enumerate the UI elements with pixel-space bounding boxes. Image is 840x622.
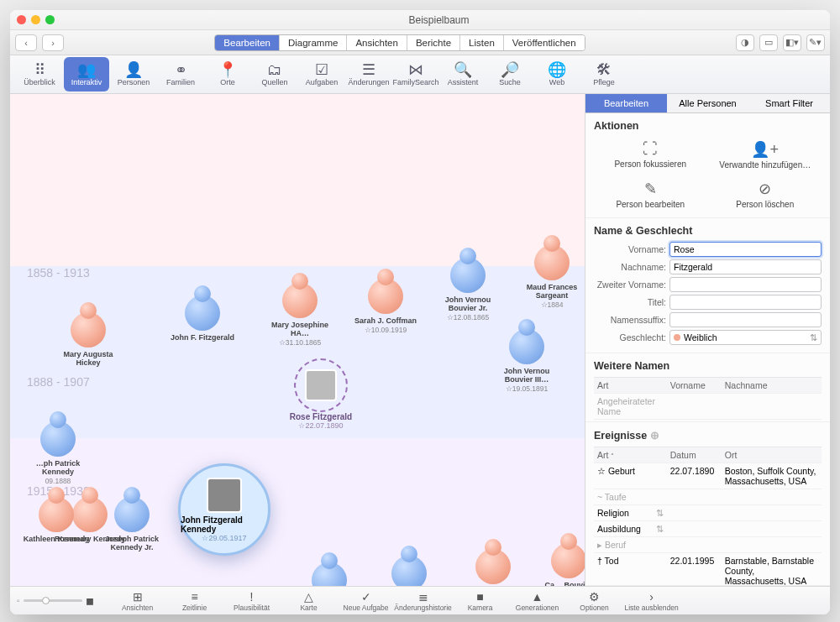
sidebar: BearbeitenAlle PersonenSmart Filter Akti… xyxy=(585,94,830,586)
tool-assistent[interactable]: 🔍Assistent xyxy=(440,57,486,91)
action-person-bearbeiten[interactable]: ✎Person bearbeiten xyxy=(594,176,707,212)
person-node[interactable]: Ca… Bouvi… xyxy=(531,543,585,586)
familien-icon: ⚭ xyxy=(175,62,187,77)
bust-icon xyxy=(368,279,403,314)
personen-icon: 👤 xyxy=(124,62,143,77)
sidebar-tab-0[interactable]: Bearbeiten xyxy=(585,94,667,113)
event-row[interactable]: Ausbildung ⇅ xyxy=(594,521,822,537)
event-row[interactable]: ▸ Beruf xyxy=(594,537,822,553)
name-heading: Name & Geschlecht xyxy=(594,225,822,237)
btool-liste-ausblenden[interactable]: ›Liste ausblenden xyxy=(623,590,680,612)
tool-pflege[interactable]: 🛠Pflege xyxy=(581,57,627,91)
btool-kamera[interactable]: ■Kamera xyxy=(452,590,509,612)
sidebar-tab-2[interactable]: Smart Filter xyxy=(748,94,830,113)
quellen-icon: 🗂 xyxy=(267,62,282,77)
btool-optionen[interactable]: ⚙Optionen xyxy=(566,590,623,612)
seg-bearbeiten[interactable]: Bearbeiten xyxy=(215,35,280,50)
tool-familysearch[interactable]: ⋈FamilySearch xyxy=(393,57,438,91)
seg-diagramme[interactable]: Diagramme xyxy=(280,35,347,50)
person-node[interactable]: John Vernou Bouvier III…☆19.05.1891 xyxy=(489,329,564,393)
minimize-icon[interactable] xyxy=(31,15,40,24)
action-person-l-schen[interactable]: ⊘Person löschen xyxy=(709,176,822,212)
info-icon[interactable]: ◑ xyxy=(736,34,754,51)
btool-karte[interactable]: △Karte xyxy=(281,590,338,612)
interaktiv-icon: 👥 xyxy=(77,62,96,77)
person-node[interactable]: Carolyn BESSETTE☆07.01.1966 xyxy=(455,549,531,586)
seg-veröffentlichen[interactable]: Veröffentlichen xyxy=(504,35,585,50)
era-label: 1858 - 1913 xyxy=(27,266,90,280)
action-person-fokussieren[interactable]: ⛶Person fokussieren xyxy=(594,137,707,173)
era-label: 1888 - 1907 xyxy=(27,375,90,389)
topbar: ‹ › BearbeitenDiagrammeAnsichtenBerichte… xyxy=(10,30,830,55)
ereignisse-heading: Ereignisse ⊕ xyxy=(594,429,822,442)
table-row[interactable]: Angeheirateter Name xyxy=(594,394,822,420)
pflege-icon: 🛠 xyxy=(596,62,612,77)
person-rose-selected[interactable]: Rose Fitzgerald ☆22.07.1890 xyxy=(270,358,371,430)
person-jfk-focus[interactable]: John Fitzgerald Kennedy ☆29.05.1917 xyxy=(178,463,270,556)
seg-ansichten[interactable]: Ansichten xyxy=(347,35,407,50)
tool-orte[interactable]: 📍Orte xyxy=(205,57,250,91)
person-node[interactable]: John Vernou Bouvier Jr.☆12.08.1865 xyxy=(430,258,506,321)
person-node[interactable]: Mary Josephine HA…☆31.10.1865 xyxy=(262,283,338,347)
action-verwandte-hinzuf-gen-[interactable]: 👤+Verwandte hinzufügen… xyxy=(709,137,822,173)
bust-icon xyxy=(71,312,106,348)
btool-zeitlinie[interactable]: ≡Zeitlinie xyxy=(166,590,223,612)
zweiter-vorname-input[interactable] xyxy=(669,277,822,292)
vorname-input[interactable] xyxy=(669,242,822,257)
btool-plausibilit-t[interactable]: !Plausibilität xyxy=(223,590,281,612)
tool-personen[interactable]: 👤Personen xyxy=(111,57,156,91)
seg-listen[interactable]: Listen xyxy=(460,35,504,50)
ereignisse-table: Art ˄DatumOrt ☆ Geburt22.07.1890Boston, … xyxy=(594,447,822,586)
close-icon[interactable] xyxy=(17,15,26,24)
suche-icon: 🔎 xyxy=(501,62,519,77)
tool-aufgaben[interactable]: ☑︎Aufgaben xyxy=(299,57,344,91)
panel-icon[interactable]: ▭ xyxy=(759,34,778,51)
event-row[interactable]: Religion ⇅ xyxy=(594,505,822,521)
weitere-table: ArtVornameNachname Angeheirateter Name xyxy=(594,377,822,420)
person-node[interactable]: …ph Patrick Kennedy09.1888 xyxy=(20,421,96,485)
tool-überblick[interactable]: ⠿Überblick xyxy=(17,57,62,91)
event-row[interactable]: ☆ Geburt22.07.1890Boston, Suffolk County… xyxy=(594,463,822,489)
bust-icon xyxy=(40,421,76,457)
back-button[interactable]: ‹ xyxy=(15,34,37,51)
bust-icon xyxy=(312,562,347,586)
person-node[interactable]: Sarah J. Coffman☆10.09.1919 xyxy=(348,279,423,334)
person-node[interactable]: Maud Frances Sargeant☆1884 xyxy=(514,245,585,309)
btool-generationen[interactable]: ▲Generationen xyxy=(509,590,566,612)
tree-canvas[interactable]: Rose Fitzgerald ☆22.07.1890 John Fitzger… xyxy=(10,94,585,586)
überblick-icon: ⠿ xyxy=(34,62,45,77)
photo-icon xyxy=(305,369,337,401)
forward-button[interactable]: › xyxy=(42,34,64,51)
tool-quellen[interactable]: 🗂Quellen xyxy=(252,57,297,91)
nachname-input[interactable] xyxy=(669,259,822,274)
person-node[interactable]: John F. Fitzgerald xyxy=(165,295,240,342)
tool-änderungen[interactable]: ☰Änderungen xyxy=(346,57,391,91)
tool-web[interactable]: 🌐Web xyxy=(534,57,580,91)
tag-icon[interactable]: ✎▾ xyxy=(806,34,825,51)
btool-ansichten[interactable]: ⊞Ansichten xyxy=(109,590,166,612)
tool-familien[interactable]: ⚭Familien xyxy=(158,57,203,91)
person-node[interactable]: Kathleen Kennedy xyxy=(18,497,94,544)
btool--nderungshistorie[interactable]: ≣Änderungshistorie xyxy=(395,590,452,612)
tool-interaktiv[interactable]: 👥Interaktiv xyxy=(64,57,109,91)
toolbar: ⠿Überblick👥Interaktiv👤Personen⚭Familien📍… xyxy=(10,55,830,94)
body: Rose Fitzgerald ☆22.07.1890 John Fitzger… xyxy=(10,94,830,586)
sidebar-tab-1[interactable]: Alle Personen xyxy=(667,94,748,113)
zoom-slider[interactable]: ▫ ◼ xyxy=(17,595,94,607)
btool-neue-aufgabe[interactable]: ✓Neue Aufgabe xyxy=(338,590,395,612)
section-ereignisse: Ereignisse ⊕ Art ˄DatumOrt ☆ Geburt22.07… xyxy=(585,422,830,586)
event-row[interactable]: † Tod22.01.1995Barnstable, Barnstable Co… xyxy=(594,553,822,586)
window-title: Beispielbaum xyxy=(55,14,823,26)
seg-berichte[interactable]: Berichte xyxy=(407,35,460,50)
event-row[interactable]: ~ Taufe xyxy=(594,489,822,505)
bookmark-icon[interactable]: ◧▾ xyxy=(783,34,801,51)
person-node[interactable]: John Fitzgerald Kennedy JR☆25.11.1960 xyxy=(371,556,447,586)
person-node[interactable]: Patrick Bouvier Kennedy xyxy=(291,562,367,586)
suffix-input[interactable] xyxy=(669,312,822,327)
titel-input[interactable] xyxy=(669,295,822,310)
tool-suche[interactable]: 🔎Suche xyxy=(487,57,533,91)
titlebar: Beispielbaum xyxy=(10,10,830,30)
geschlecht-select[interactable]: Weiblich⇅ xyxy=(669,330,822,345)
zoom-icon[interactable] xyxy=(45,15,55,24)
person-node[interactable]: Mary Augusta Hickey xyxy=(50,312,126,368)
